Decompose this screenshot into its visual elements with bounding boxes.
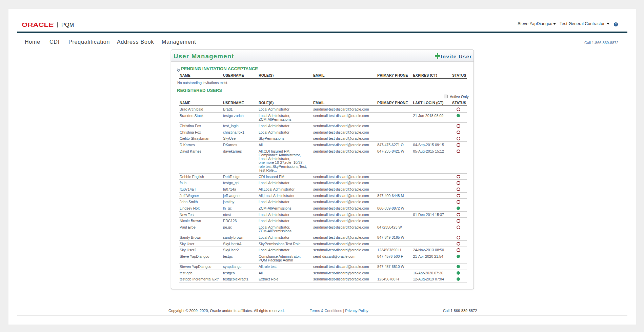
svg-text:ORACLE: ORACLE	[22, 22, 54, 27]
svg-text:?: ?	[615, 23, 617, 26]
